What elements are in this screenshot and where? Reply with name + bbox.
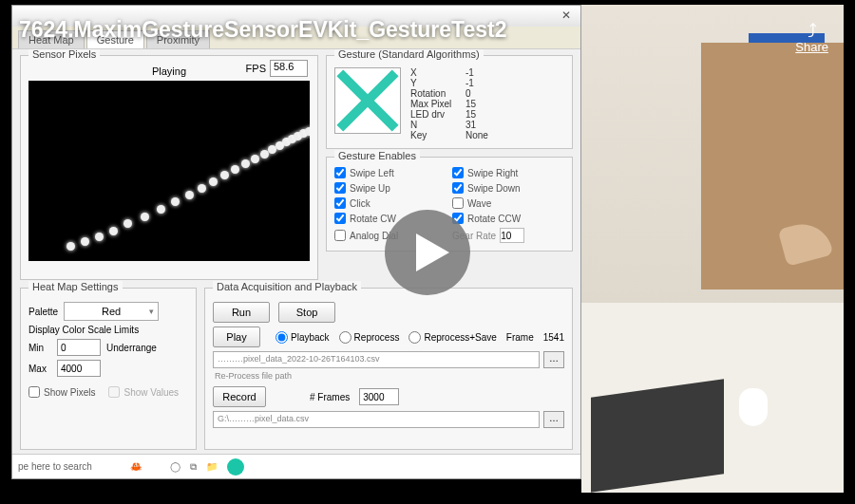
- folder-icon[interactable]: 📁: [206, 461, 218, 472]
- heatmap-settings-group: Heat Map Settings Palette Red Display Co…: [20, 288, 197, 450]
- sensor-pixels-title: Sensor Pixels: [28, 49, 100, 60]
- sensor-dot: [220, 171, 229, 179]
- laptop: [591, 379, 724, 493]
- sensor-dot: [209, 177, 218, 186]
- kv-label: N: [410, 120, 458, 130]
- sensor-dot: [109, 227, 118, 235]
- numframes-input[interactable]: [359, 388, 399, 405]
- play-button[interactable]: [385, 210, 470, 295]
- sensor-view: [28, 81, 310, 261]
- scale-limits-label: Display Color Scale Limits: [28, 325, 188, 335]
- kv-label: Max Pixel: [410, 99, 458, 109]
- reprocess-path-label: Re-Process file path: [215, 371, 564, 381]
- kv-value: -1: [466, 67, 474, 78]
- palette-combo[interactable]: Red: [64, 302, 159, 321]
- sensor-dot: [81, 237, 89, 246]
- fps-value: 58.6: [270, 60, 308, 77]
- sensor-dot: [198, 184, 206, 193]
- run-button[interactable]: Run: [213, 302, 270, 323]
- min-input[interactable]: [57, 339, 101, 356]
- kv-label: Rotation: [410, 88, 458, 99]
- svg-marker-0: [416, 233, 449, 271]
- max-input[interactable]: [57, 360, 101, 377]
- share-button[interactable]: ⤴ Share: [795, 21, 828, 54]
- max-label: Max: [28, 364, 51, 374]
- play-icon: [411, 233, 449, 271]
- radio-reprocess-save[interactable]: Reprocess+Save: [408, 331, 496, 344]
- record-path[interactable]: G:\………pixel_data.csv: [213, 411, 540, 428]
- share-label: Share: [795, 40, 828, 54]
- browse-record-button[interactable]: …: [543, 411, 564, 428]
- kv-value: None: [466, 130, 488, 140]
- radio-reprocess[interactable]: Reprocess: [339, 331, 400, 344]
- chk-swipe-right[interactable]: Swipe Right: [452, 167, 564, 178]
- kv-value: 15: [466, 99, 476, 109]
- kv-label: Key: [410, 130, 458, 140]
- app-icon[interactable]: [227, 458, 244, 476]
- data-acquisition-group: Data Acquisition and Playback Run Stop P…: [204, 288, 573, 450]
- bottom-row: Heat Map Settings Palette Red Display Co…: [20, 288, 573, 450]
- radio-playback[interactable]: Playback: [276, 331, 330, 344]
- sensor-dot: [185, 191, 194, 199]
- chk-wave[interactable]: Wave: [452, 197, 564, 209]
- sensor-dot: [95, 233, 104, 241]
- fps-label: FPS: [246, 63, 266, 74]
- record-button[interactable]: Record: [213, 386, 266, 407]
- play-button-acq[interactable]: Play: [213, 327, 260, 347]
- sensor-pixels-group: Sensor Pixels Playing FPS 58.6: [20, 55, 318, 280]
- app-window: ✕ Heat Map Gesture Proximity Sensor Pixe…: [11, 5, 581, 479]
- min-label: Min: [28, 343, 51, 353]
- chk-click[interactable]: Click: [334, 197, 446, 209]
- show-values-check[interactable]: Show Values: [108, 386, 179, 398]
- kv-label: LED drv: [410, 109, 458, 120]
- palette-label: Palette: [28, 307, 58, 317]
- gesture-values-table: X-1Y-1Rotation0Max Pixel15LED drv15N31Ke…: [410, 67, 488, 140]
- sensor-dot: [171, 197, 180, 206]
- csv-path[interactable]: ………pixel_data_2022-10-26T164103.csv: [213, 351, 540, 368]
- frame-label: Frame: [506, 332, 534, 343]
- sensor-dot: [66, 242, 75, 251]
- heatmap-title: Heat Map Settings: [28, 281, 123, 292]
- sensor-dot: [241, 159, 250, 168]
- kv-value: 15: [466, 109, 476, 120]
- data-acq-title: Data Acquisition and Playback: [213, 281, 361, 292]
- share-icon: ⤴: [795, 21, 828, 40]
- kv-value: 31: [466, 120, 476, 130]
- window-close-button[interactable]: ✕: [558, 9, 575, 24]
- sensor-dot: [251, 155, 259, 163]
- taskbar: pe here to search 🦀 ◯ ⧉ 📁: [12, 454, 580, 478]
- camera-feed: [581, 5, 844, 493]
- sensor-dot: [305, 127, 310, 136]
- video-frame: 7624.MaximGestureSensorEVKit_GestureTest…: [0, 0, 855, 504]
- numframes-label: # Frames: [310, 392, 350, 402]
- main-panel: Sensor Pixels Playing FPS 58.6 Gesture (…: [12, 49, 580, 454]
- cross-icon: [335, 68, 400, 133]
- sensor-dot: [231, 165, 239, 174]
- chk-swipe-down[interactable]: Swipe Down: [452, 182, 564, 194]
- gesture-enables-title: Gesture Enables: [334, 150, 420, 161]
- gear-rate-input[interactable]: [500, 228, 524, 243]
- show-pixels-check[interactable]: Show Pixels: [28, 386, 95, 398]
- video-title: 7624.MaximGestureSensorEVKit_GestureTest…: [19, 17, 506, 43]
- gesture-indicator: [334, 67, 401, 134]
- kv-label: Y: [410, 78, 458, 88]
- browse-csv-button[interactable]: …: [543, 351, 564, 368]
- chk-swipe-up[interactable]: Swipe Up: [334, 182, 446, 194]
- kv-value: -1: [466, 78, 474, 88]
- chk-swipe-left[interactable]: Swipe Left: [334, 167, 446, 178]
- chk-rotate-ccw[interactable]: Rotate CCW: [452, 213, 564, 224]
- sensor-dot: [124, 219, 132, 228]
- stop-button[interactable]: Stop: [278, 302, 335, 323]
- taskview-icon[interactable]: ⧉: [190, 461, 197, 473]
- kv-label: X: [410, 67, 458, 78]
- sensor-dot: [157, 205, 165, 214]
- underrange-label: Underrange: [106, 343, 157, 353]
- mouse-device: [739, 388, 768, 426]
- gesture-algorithms-group: Gesture (Standard Algorithms) X-1Y-1Rota…: [326, 55, 573, 149]
- sensor-dot: [141, 213, 149, 221]
- gesture-alg-title: Gesture (Standard Algorithms): [334, 49, 484, 60]
- cortana-icon[interactable]: ◯: [170, 461, 180, 472]
- frame-value: 1541: [543, 332, 564, 343]
- search-box-text[interactable]: pe here to search: [18, 461, 92, 472]
- kv-value: 0: [466, 88, 471, 99]
